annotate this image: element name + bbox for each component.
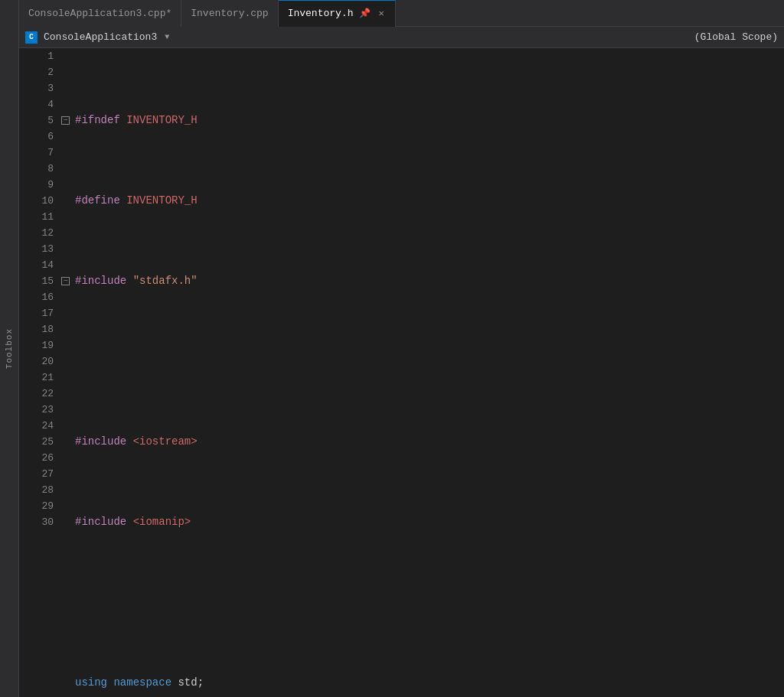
line-num-18: 18 <box>23 321 54 337</box>
line-num-20: 20 <box>23 353 54 370</box>
collapse-1[interactable]: − <box>61 116 70 125</box>
code-line-5: #include <iostream> <box>61 434 784 450</box>
toolbox-label: Toolbox <box>5 328 14 369</box>
line-num-3: 3 <box>23 80 54 96</box>
line-num-8: 8 <box>23 161 54 177</box>
line-num-2: 2 <box>23 64 54 80</box>
line-num-29: 29 <box>23 498 54 514</box>
line-num-15: 15 <box>23 273 54 289</box>
line-num-1: 1 <box>23 48 54 64</box>
line-num-4: 4 <box>23 96 54 112</box>
line-num-26: 26 <box>23 450 54 466</box>
line-num-21: 21 <box>23 370 54 386</box>
breadcrumb-bar: C ConsoleApplication3 ▼ (Global Scope) <box>19 27 784 48</box>
editor-container: ConsoleApplication3.cpp* Inventory.cpp I… <box>19 0 784 697</box>
tab-inventoryh[interactable]: Inventory.h 📌 ✕ <box>279 0 396 27</box>
line-num-27: 27 <box>23 466 54 482</box>
line-num-19: 19 <box>23 337 54 353</box>
tab-bar: ConsoleApplication3.cpp* Inventory.cpp I… <box>19 0 784 27</box>
collapse-3[interactable]: − <box>61 277 70 285</box>
line-num-11: 11 <box>23 209 54 225</box>
tab-pin-icon[interactable]: 📌 <box>358 7 372 20</box>
code-line-1: − #ifndef INVENTORY_H <box>61 112 784 129</box>
breadcrumb-dropdown-icon[interactable]: ▼ <box>165 33 169 41</box>
line-num-5: 5 <box>23 112 54 129</box>
line-num-24: 24 <box>23 418 54 434</box>
breadcrumb-project[interactable]: ConsoleApplication3 <box>44 31 157 43</box>
breadcrumb-scope: (Global Scope) <box>694 31 778 43</box>
line-num-7: 7 <box>23 145 54 161</box>
line-num-17: 17 <box>23 305 54 321</box>
code-line-3: − #include "stdafx.h" <box>61 273 784 289</box>
line-num-25: 25 <box>23 434 54 450</box>
code-line-6: #include <iomanip> <box>61 514 784 530</box>
tab-inventorycpp[interactable]: Inventory.cpp <box>181 0 278 27</box>
line-num-16: 16 <box>23 289 54 305</box>
line-num-30: 30 <box>23 514 54 530</box>
line-num-10: 10 <box>23 193 54 209</box>
line-numbers: 1 2 3 4 5 6 7 8 9 10 11 12 13 14 15 16 1… <box>19 48 61 697</box>
code-line-8: using namespace std; <box>61 675 784 691</box>
line-num-22: 22 <box>23 386 54 402</box>
line-num-28: 28 <box>23 482 54 498</box>
code-line-7 <box>61 594 784 611</box>
line-num-6: 6 <box>23 129 54 145</box>
tab-consolecpp-label: ConsoleApplication3.cpp* <box>28 8 172 19</box>
tab-consolecpp[interactable]: ConsoleApplication3.cpp* <box>19 0 181 27</box>
toolbox-sidebar: Toolbox <box>0 0 19 697</box>
code-line-2: #define INVENTORY_H <box>61 193 784 209</box>
project-icon: C <box>25 31 38 44</box>
line-num-9: 9 <box>23 177 54 193</box>
line-num-12: 12 <box>23 225 54 241</box>
tab-inventorycpp-label: Inventory.cpp <box>191 8 268 19</box>
code-line-4 <box>61 353 784 370</box>
line-num-14: 14 <box>23 257 54 273</box>
line-num-23: 23 <box>23 402 54 418</box>
tab-inventoryh-label: Inventory.h <box>288 8 354 19</box>
line-num-13: 13 <box>23 241 54 257</box>
code-content[interactable]: − #ifndef INVENTORY_H #define INVENTORY_… <box>61 48 784 697</box>
code-editor: 1 2 3 4 5 6 7 8 9 10 11 12 13 14 15 16 1… <box>19 48 784 697</box>
tab-close-icon[interactable]: ✕ <box>377 7 385 20</box>
